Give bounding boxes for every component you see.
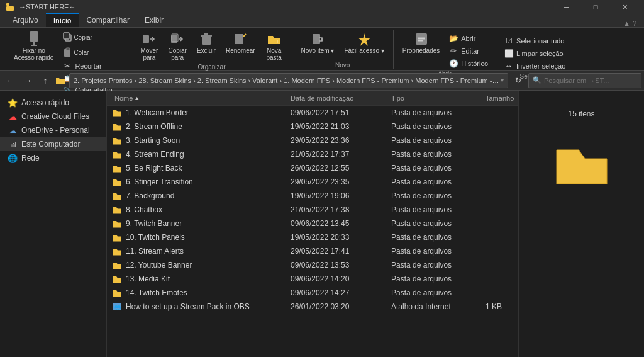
ribbon-btn-nova-pasta[interactable]: + Novapasta [262,30,287,62]
sidebar-item-acesso-rapido-label: Acesso rápido [21,98,69,107]
col-header-date[interactable]: Data de modificação [288,94,389,102]
tab-compartilhar[interactable]: Compartilhar [79,13,137,27]
tab-inicio[interactable]: Início [46,13,79,27]
file-row[interactable]: 9. Twitch Banner 09/06/2022 13:45 Pasta … [107,217,518,230]
file-row[interactable]: 5. Be Right Back 26/05/2022 12:55 Pasta … [107,161,518,175]
ribbon-help-icon[interactable]: ? [633,20,636,27]
ribbon-btn-inverter-selecao-label: Inverter seleção [516,62,565,70]
file-row[interactable]: 12. Youtube Banner 09/06/2022 13:53 Past… [107,258,518,272]
ribbon-group-novo-label: Novo [297,62,388,69]
open-icon: 📂 [448,33,458,43]
file-row[interactable]: 10. Twitch Panels 19/05/2022 20:33 Pasta… [107,230,518,244]
ribbon-btn-limpar-selecao-label: Limpar seleção [516,50,564,57]
file-row[interactable]: 11. Stream Alerts 29/05/2022 17:41 Pasta… [107,244,518,258]
file-row[interactable]: 13. Media Kit 09/06/2022 14:20 Pasta de … [107,272,518,286]
select-all-icon: ☑ [504,36,514,46]
up-button[interactable]: ↑ [38,73,53,88]
ribbon-btn-selecionar-tudo[interactable]: ☑ Selecionar tudo [501,35,568,47]
file-cell-date: 19/05/2022 20:33 [288,233,389,242]
breadcrumb[interactable]: 2. Projetos Prontos › 28. Stream Skins ›… [69,73,508,88]
folder-icon [112,274,122,284]
file-row[interactable]: 4. Stream Ending 21/05/2022 17:37 Pasta … [107,147,518,161]
file-cell-type: Pasta de arquivos [389,164,483,173]
ribbon-btn-renomear[interactable]: Renomear [222,30,259,55]
file-row[interactable]: 2. Stream Offline 19/05/2022 21:03 Pasta… [107,120,518,133]
window-title: →START HERE← [19,3,75,11]
move-icon [142,31,157,47]
back-button[interactable]: ← [3,73,18,88]
minimize-button[interactable]: ─ [552,0,581,14]
ribbon-btn-excluir[interactable]: Excluir [193,30,219,55]
copy-icon [62,31,74,43]
file-row[interactable]: 🌐 How to set up a Stream Pack in OBS 26/… [107,300,518,314]
file-name-text: 7. Background [126,191,174,200]
computer-icon: 🖥 [8,139,18,149]
svg-rect-17 [313,34,320,44]
ribbon-btn-copiar[interactable]: Copiar [60,30,126,44]
file-name-text: 2. Stream Offline [126,122,182,131]
file-cell-name: 14. Twitch Emotes [112,288,288,298]
col-header-type[interactable]: Tipo [389,94,483,102]
svg-rect-21 [418,40,423,42]
file-row[interactable]: 7. Background 19/05/2022 19:06 Pasta de … [107,189,518,203]
tab-arquivo[interactable]: Arquivo [5,13,46,27]
file-cell-type: Pasta de arquivos [389,205,483,214]
ribbon-group-selecionar: ☑ Selecionar tudo ⬜ Limpar seleção ↔ Inv… [496,30,573,69]
forward-button[interactable]: → [20,73,35,88]
ribbon-btn-facil-acesso[interactable]: Fácil acesso ▾ [340,30,387,55]
file-cell-type: Pasta de arquivos [389,247,483,256]
folder-icon [112,149,122,159]
close-button[interactable]: ✕ [610,0,639,14]
maximize-button[interactable]: □ [581,0,610,14]
ribbon-btn-limpar-selecao[interactable]: ⬜ Limpar seleção [501,48,568,59]
file-row[interactable]: 3. Starting Soon 29/05/2022 23:36 Pasta … [107,133,518,147]
folder-icon [112,163,122,173]
pin-icon [26,31,42,47]
tab-exibir[interactable]: Exibir [137,13,171,27]
file-cell-size: 1 KB [483,302,513,311]
file-name-text: 3. Starting Soon [126,136,180,145]
delete-icon [199,31,214,47]
sidebar-item-creative-cloud[interactable]: ☁ Creative Cloud Files [0,110,106,123]
col-header-size[interactable]: Tamanho [483,94,516,102]
ribbon-btn-copiar-para[interactable]: Copiarpara [164,30,190,62]
ribbon-btn-mover[interactable]: Moverpara [136,30,162,62]
ribbon-btn-excluir-label: Excluir [197,47,216,54]
sidebar-item-onedrive[interactable]: ☁ OneDrive - Personal [0,123,106,137]
sidebar-item-este-computador[interactable]: 🖥 Este Computador [0,137,106,151]
ribbon-btn-inverter-selecao[interactable]: ↔ Inverter seleção [501,60,568,72]
folder-icon [112,260,122,270]
breadcrumb-dropdown-icon[interactable]: ▾ [501,77,504,84]
ribbon-options-icon[interactable]: ▲ [623,20,630,27]
folder-icon [112,177,122,187]
ribbon-btn-editar[interactable]: ✏ Editar [446,45,491,57]
file-row[interactable]: 6. Stinger Transition 29/05/2022 23:35 P… [107,175,518,189]
file-row[interactable]: 1. Webcam Border 09/06/2022 17:51 Pasta … [107,106,518,120]
sidebar-item-rede[interactable]: 🌐 Rede [0,151,106,165]
ribbon-btn-colar[interactable]: Colar [60,45,126,59]
search-bar[interactable]: 🔍 [528,73,641,88]
ribbon-btn-novo-item[interactable]: Novo item ▾ [297,30,338,55]
sidebar-item-acesso-rapido[interactable]: ⭐ Acesso rápido [0,96,106,110]
folder-icon [112,246,122,256]
ribbon-btn-recortar-small[interactable]: ✂ Recortar [60,60,126,72]
sidebar-section-quick: ⭐ Acesso rápido ☁ Creative Cloud Files ☁… [0,96,106,165]
ribbon-btn-propriedades[interactable]: Propriedades [399,30,443,55]
ribbon-btn-colar-label: Colar [74,49,89,56]
file-row[interactable]: 8. Chatbox 21/05/2022 17:38 Pasta de arq… [107,203,518,217]
search-input[interactable] [544,77,637,84]
ribbon-btn-historico[interactable]: 🕐 Histórico [446,58,491,69]
ribbon-group-novo: Novo item ▾ Fácil acesso ▾ Novo [292,30,394,69]
file-cell-type: Pasta de arquivos [389,136,483,145]
ribbon-btn-fixar[interactable]: Fixar noAcesso rápido [10,30,57,62]
sidebar: ⭐ Acesso rápido ☁ Creative Cloud Files ☁… [0,91,107,357]
file-row[interactable]: 14. Twitch Emotes 09/06/2022 14:27 Pasta… [107,286,518,300]
svg-text:🌐: 🌐 [114,304,121,310]
col-header-name[interactable]: Nome ▲ [112,94,288,102]
ribbon: Fixar noAcesso rápido Copiar Colar [0,28,644,71]
ribbon-btn-abrir[interactable]: 📂 Abrir [446,33,491,44]
file-cell-date: 26/05/2022 12:55 [288,164,389,173]
refresh-button[interactable]: ↻ [511,73,526,88]
ribbon-btn-selecionar-tudo-label: Selecionar tudo [516,37,564,45]
file-name-text: 8. Chatbox [126,205,162,214]
